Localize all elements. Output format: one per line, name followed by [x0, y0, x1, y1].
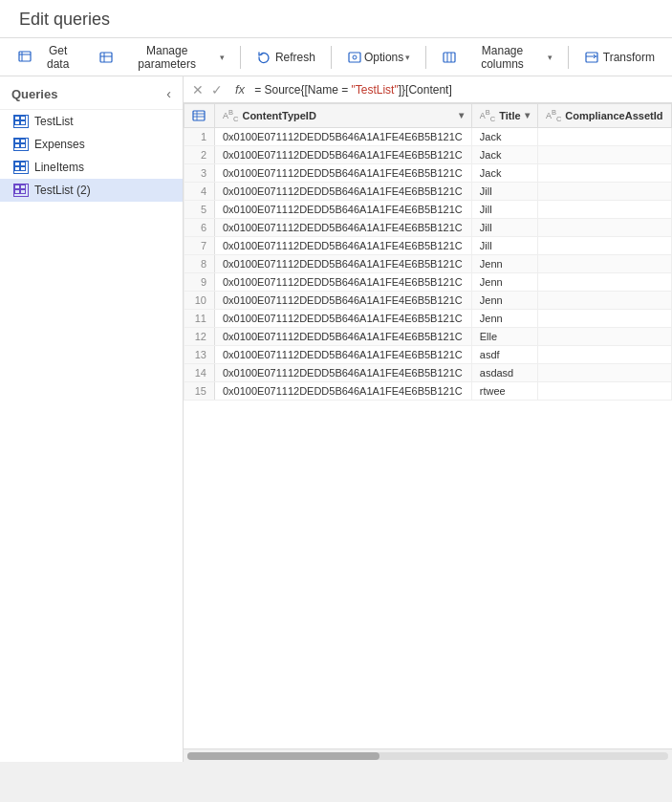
compliance-asset-id-cell [537, 236, 671, 254]
toolbar-separator-4 [568, 46, 569, 69]
options-label: Options [364, 51, 403, 64]
row-number: 7 [184, 236, 215, 254]
refresh-label: Refresh [275, 51, 315, 64]
row-number: 2 [184, 145, 215, 163]
row-number: 4 [184, 182, 215, 200]
sidebar-header: Queries ‹ [0, 76, 183, 110]
table-row[interactable]: 20x0100E071112DEDD5B646A1A1FE4E6B5B121CJ… [184, 145, 672, 163]
manage-parameters-button[interactable]: Manage parameters ▾ [92, 41, 232, 74]
content-type-id-cell: 0x0100E071112DEDD5B646A1A1FE4E6B5B121C [215, 363, 472, 381]
compliance-asset-id-cell [537, 182, 671, 200]
transform-button[interactable]: Transform [576, 47, 662, 68]
sidebar-item-testlist[interactable]: TestList [0, 110, 183, 133]
get-data-button[interactable]: Get data [10, 41, 88, 74]
row-number: 9 [184, 272, 215, 291]
table-row[interactable]: 90x0100E071112DEDD5B646A1A1FE4E6B5B121CJ… [184, 272, 672, 291]
sidebar-item-lineitems[interactable]: LineItems [0, 156, 183, 179]
title-cell: Jenn [471, 272, 537, 291]
svg-rect-3 [100, 53, 112, 62]
manage-columns-icon [442, 50, 457, 65]
toolbar-separator-1 [240, 46, 241, 69]
options-button[interactable]: Options ▾ [339, 47, 418, 68]
content-type-id-cell: 0x0100E071112DEDD5B646A1A1FE4E6B5B121C [215, 163, 472, 182]
svg-rect-0 [19, 52, 31, 61]
content-type-id-filter[interactable]: ▾ [459, 110, 464, 120]
sidebar-item-expenses[interactable]: Expenses [0, 133, 183, 156]
compliance-asset-id-cell [537, 145, 671, 163]
table-row[interactable]: 100x0100E071112DEDD5B646A1A1FE4E6B5B121C… [184, 291, 672, 309]
row-number: 6 [184, 218, 215, 236]
title-col-header[interactable]: ABC Title ▾ [471, 104, 537, 128]
transform-label: Transform [603, 51, 655, 64]
table-row[interactable]: 30x0100E071112DEDD5B646A1A1FE4E6B5B121CJ… [184, 163, 672, 182]
content-type-id-cell: 0x0100E071112DEDD5B646A1A1FE4E6B5B121C [215, 272, 472, 291]
compliance-asset-id-cell [537, 363, 671, 381]
data-grid[interactable]: ABC ContentTypeID ▾ ABC Title ▾ [184, 103, 672, 748]
title-cell: asdasd [471, 363, 537, 381]
table-row[interactable]: 150x0100E071112DEDD5B646A1A1FE4E6B5B121C… [184, 381, 672, 400]
compliance-asset-id-cell [537, 309, 671, 327]
toolbar: Get data Manage parameters ▾ Refresh [0, 38, 672, 76]
scrollbar-track[interactable] [187, 752, 668, 760]
title-cell: asdf [471, 345, 537, 363]
manage-columns-chevron: ▾ [548, 53, 553, 62]
grid-container: ABC ContentTypeID ▾ ABC Title ▾ [184, 103, 672, 762]
svg-rect-8 [444, 53, 455, 62]
fx-label: fx [231, 82, 249, 97]
content-type-id-cell: 0x0100E071112DEDD5B646A1A1FE4E6B5B121C [215, 309, 472, 327]
table-row[interactable]: 70x0100E071112DEDD5B646A1A1FE4E6B5B121CJ… [184, 236, 672, 254]
transform-icon [584, 50, 599, 65]
formula-text: = Source{[Name = "TestList"]}[Content] [254, 83, 666, 97]
table-row[interactable]: 80x0100E071112DEDD5B646A1A1FE4E6B5B121CJ… [184, 254, 672, 272]
title-cell: Elle [471, 327, 537, 345]
formula-confirm-button[interactable]: ✓ [208, 81, 226, 98]
get-data-label: Get data [36, 44, 80, 71]
compliance-asset-id-cell [537, 381, 671, 400]
manage-columns-button[interactable]: Manage columns ▾ [434, 41, 560, 74]
row-number: 10 [184, 291, 215, 309]
manage-parameters-label: Manage parameters [116, 44, 218, 71]
compliance-asset-id-cell [537, 327, 671, 345]
svg-rect-11 [586, 53, 597, 62]
content-type-id-cell: 0x0100E071112DEDD5B646A1A1FE4E6B5B121C [215, 127, 472, 145]
table-icon [13, 184, 29, 197]
manage-parameters-icon [99, 50, 115, 65]
row-number: 11 [184, 309, 215, 327]
sidebar-title: Queries [11, 87, 57, 101]
row-number: 15 [184, 381, 215, 400]
content-type-id-cell: 0x0100E071112DEDD5B646A1A1FE4E6B5B121C [215, 236, 472, 254]
content-type-id-cell: 0x0100E071112DEDD5B646A1A1FE4E6B5B121C [215, 381, 472, 400]
content-type-id-cell: 0x0100E071112DEDD5B646A1A1FE4E6B5B121C [215, 345, 472, 363]
compliance-asset-id-cell [537, 163, 671, 182]
title-filter[interactable]: ▾ [525, 110, 530, 120]
table-row[interactable]: 140x0100E071112DEDD5B646A1A1FE4E6B5B121C… [184, 363, 672, 381]
row-number: 14 [184, 363, 215, 381]
table-icon [13, 115, 29, 128]
table-row[interactable]: 110x0100E071112DEDD5B646A1A1FE4E6B5B121C… [184, 309, 672, 327]
refresh-button[interactable]: Refresh [249, 47, 323, 68]
refresh-icon [256, 50, 271, 65]
title-cell: Jenn [471, 291, 537, 309]
table-row[interactable]: 130x0100E071112DEDD5B646A1A1FE4E6B5B121C… [184, 345, 672, 363]
table-row[interactable]: 60x0100E071112DEDD5B646A1A1FE4E6B5B121CJ… [184, 218, 672, 236]
title-cell: Jill [471, 182, 537, 200]
sidebar-item-label: TestList [34, 115, 74, 128]
compliance-asset-id-col-header[interactable]: ABC ComplianceAssetId [537, 104, 671, 128]
sidebar-collapse-button[interactable]: ‹ [164, 84, 173, 103]
scrollbar-thumb[interactable] [187, 752, 379, 760]
table-icon [13, 161, 29, 174]
horizontal-scrollbar[interactable] [184, 748, 672, 762]
table-row[interactable]: 50x0100E071112DEDD5B646A1A1FE4E6B5B121CJ… [184, 200, 672, 218]
table-row[interactable]: 10x0100E071112DEDD5B646A1A1FE4E6B5B121CJ… [184, 127, 672, 145]
sidebar-items-list: TestListExpensesLineItemsTestList (2) [0, 110, 183, 202]
table-row[interactable]: 40x0100E071112DEDD5B646A1A1FE4E6B5B121CJ… [184, 182, 672, 200]
table-row[interactable]: 120x0100E071112DEDD5B646A1A1FE4E6B5B121C… [184, 327, 672, 345]
row-number: 3 [184, 163, 215, 182]
sidebar-item-testlist2[interactable]: TestList (2) [0, 179, 183, 202]
title-bar: Edit queries [0, 0, 672, 38]
title-cell: Jack [471, 127, 537, 145]
content-type-id-col-header[interactable]: ABC ContentTypeID ▾ [215, 104, 472, 128]
title-cell: Jack [471, 145, 537, 163]
sidebar-item-label: LineItems [34, 161, 84, 174]
formula-cancel-button[interactable]: ✕ [189, 81, 206, 98]
